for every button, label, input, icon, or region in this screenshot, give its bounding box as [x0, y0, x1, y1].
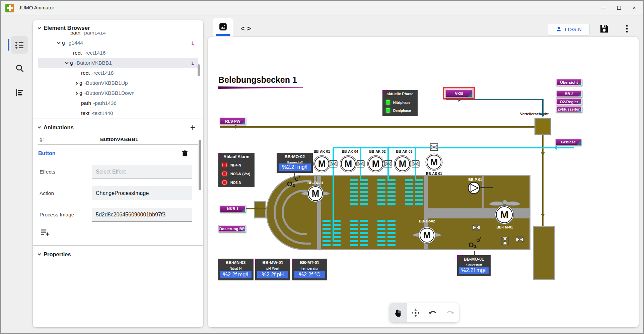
tab-process-image[interactable]	[213, 18, 233, 37]
valve-icon	[471, 224, 481, 231]
phase-status-box: aktuelle Phase Nitriphase Deniphase	[382, 90, 418, 116]
tree-scrollbar[interactable]	[198, 64, 200, 76]
aeration-grid	[323, 220, 341, 247]
valve-icon	[501, 239, 509, 249]
animations-scrollbar[interactable]	[199, 140, 201, 190]
tree-item[interactable]: g -ButtonVKBBB1Up	[38, 78, 198, 88]
meter-bb-mo-02: BB-MO-02 Sauerstoff %2.2f mg/l	[277, 153, 313, 173]
diagram-button-dosierung-bb[interactable]: Dosierung BB	[218, 225, 246, 232]
chevron-down-icon	[38, 125, 41, 128]
effects-input[interactable]	[92, 165, 192, 179]
equipment-label: BB-TR-02	[414, 219, 440, 223]
pipe-rls-pw	[220, 126, 534, 128]
meter-bb-mw-01: BB-MW-01 pH-Wert %2.2f pH	[255, 259, 290, 280]
motor-bb-ak-04: M	[341, 156, 356, 171]
valve-icon	[356, 160, 366, 168]
tree-item[interactable]: g -ButtonVKBBB1Down	[38, 88, 198, 98]
properties-title: Properties	[44, 251, 71, 258]
window-title: JUMO Animator	[19, 5, 54, 10]
chevron-down-icon	[38, 26, 41, 29]
pipe-arrow	[541, 114, 545, 117]
valve-icon	[411, 160, 421, 168]
tree-item[interactable]: path -path1414	[38, 32, 198, 38]
hand-tool-button[interactable]	[389, 303, 407, 322]
animations-header[interactable]: Animations +	[38, 124, 198, 131]
pump-stub-line	[479, 187, 493, 188]
equipment-label: BB-AK-04	[337, 149, 363, 153]
element-browser-header[interactable]: Element Browser	[38, 25, 198, 31]
diagram-button-geblaese[interactable]: Gebläse	[555, 139, 581, 145]
valve-icon	[515, 236, 525, 243]
chevron-down-icon	[38, 252, 41, 256]
process-image-canvas[interactable]: Belebungsbecken 1 Verteilerschacht	[208, 37, 639, 327]
delete-animation-icon[interactable]	[181, 149, 189, 157]
library-icon[interactable]	[14, 87, 25, 98]
diagram-button-rls-pw[interactable]: RLS-PW	[220, 118, 246, 125]
meter-bb-mn-03: BB-MN-03 Nitrat-N %2.2f mg/l	[218, 259, 254, 280]
animations-title: Animations	[44, 124, 74, 131]
minimize-button[interactable]	[596, 1, 611, 15]
chevron-down-icon	[65, 61, 69, 64]
aeration-grid	[405, 179, 423, 206]
diagram-button-zykluszeiten[interactable]: Zykluszeiten	[556, 106, 582, 112]
close-button[interactable]: ×	[627, 1, 642, 15]
canvas-toolbar	[389, 303, 459, 322]
image-icon	[219, 22, 227, 32]
valve-icon	[383, 160, 393, 168]
motor-bb-as-01: M	[427, 155, 441, 170]
anim-count-badge: 1	[191, 61, 194, 66]
led-red-icon	[222, 163, 227, 167]
element-list-icon[interactable]	[13, 40, 25, 50]
tree-item-selected[interactable]: g -ButtonVKBBB1 1	[38, 58, 198, 68]
element-browser-panel: Element Browser path -path1414 g -g1444 …	[33, 20, 203, 327]
diagram-button-bb2[interactable]: BB 2	[556, 90, 582, 97]
maximize-button[interactable]	[611, 1, 627, 15]
aeration-grid	[377, 179, 396, 206]
section-divider	[33, 119, 203, 119]
login-button[interactable]: LOGIN	[548, 23, 590, 36]
process-image-input[interactable]	[92, 208, 192, 222]
add-list-item-icon[interactable]	[40, 228, 50, 237]
equipment-label: BB-AK-03	[391, 149, 418, 153]
animated-element-row: g: ButtonVKBBB1	[38, 134, 198, 145]
pipe-arrow	[541, 152, 545, 156]
chevron-right-icon	[75, 91, 78, 95]
tree-item[interactable]: g -g1444 1	[38, 38, 198, 48]
equipment-label: BB-AK-02	[364, 149, 391, 153]
tank-walkway	[428, 208, 530, 218]
app-window: JUMO Animator × Element Browser	[0, 0, 644, 334]
element-tag-key: g:	[40, 136, 44, 142]
element-browser-title: Element Browser	[44, 25, 90, 31]
properties-header[interactable]: Properties	[38, 251, 198, 258]
kebab-menu-icon[interactable]	[621, 23, 633, 35]
pan-tool-button[interactable]	[407, 303, 424, 322]
meter-connector-line	[294, 173, 295, 180]
diagram-button-o2-regler[interactable]: O2-Regler	[556, 98, 582, 105]
diagram-button-vkb-selected[interactable]: VKB	[445, 89, 473, 97]
title-bar: JUMO Animator ×	[1, 1, 643, 15]
tree-item[interactable]: path -path1436	[38, 98, 198, 108]
action-label: Action	[38, 190, 92, 196]
redo-button[interactable]	[441, 303, 459, 322]
verteilerschacht-box	[534, 118, 551, 135]
pump-icon	[467, 181, 481, 196]
tree-item[interactable]: text -text1440	[38, 108, 198, 116]
diagram-button-uebersicht[interactable]: Übersicht	[556, 79, 582, 86]
add-animation-icon[interactable]: +	[190, 124, 198, 131]
aeration-grid	[350, 179, 368, 206]
tab-code-editor[interactable]: < >	[238, 24, 253, 33]
process-image-label: Process Image	[38, 212, 92, 218]
motor-bb-ak-02: M	[368, 156, 383, 171]
undo-button[interactable]	[424, 303, 442, 322]
action-input[interactable]	[92, 186, 192, 200]
meter-bb-mt-01: BB-MT-01 Temperatur %2.2f °C	[292, 259, 327, 280]
search-icon[interactable]	[14, 63, 25, 73]
save-icon[interactable]	[598, 23, 610, 35]
o2-sensor-symbol: O₂	[287, 180, 295, 188]
tree-item[interactable]: rect -rect1418	[38, 68, 198, 78]
pipe-arrow	[235, 124, 238, 129]
diagram-button-nkb1[interactable]: NKB 1	[220, 205, 246, 212]
led-red-icon	[222, 180, 227, 185]
tree-item[interactable]: rect -rect1416	[38, 48, 198, 58]
chevron-right-icon	[75, 81, 78, 85]
